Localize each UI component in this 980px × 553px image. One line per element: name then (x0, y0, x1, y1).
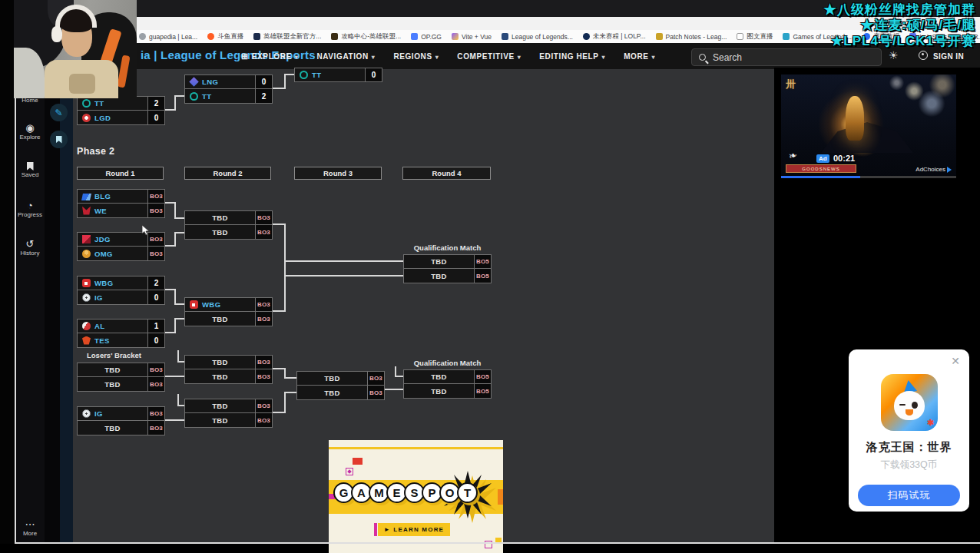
theme-toggle-icon[interactable]: ☀ (889, 49, 899, 61)
headphones-earcup (51, 26, 62, 42)
team-ig-icon (82, 409, 91, 418)
match-row[interactable]: TBDBO5 (403, 369, 492, 384)
history-icon: ↺ (15, 239, 45, 249)
guide-favicon (331, 33, 338, 40)
team-wbg-icon (82, 279, 91, 287)
match-row[interactable]: TBDBO3 (296, 371, 385, 386)
match-score: 0 (365, 68, 382, 81)
phase-heading: Phase 2 (77, 146, 114, 157)
bookmark-item[interactable]: Vite + Vue (452, 33, 492, 41)
match-row[interactable]: TBDBO3 (77, 421, 165, 435)
team-name: TT (312, 71, 365, 79)
gamespot-logo: G A M E S P O T (336, 482, 478, 503)
chevron-down-icon (602, 52, 606, 61)
match-row[interactable]: OMGBO3 (77, 247, 165, 261)
sidebar-item-history[interactable]: ↺ History (15, 239, 45, 257)
team-name: WE (94, 207, 147, 215)
bracket-connector (177, 405, 184, 406)
account-icon[interactable] (919, 51, 928, 60)
bookmark-item[interactable]: guapedia | Lea... (139, 33, 197, 41)
menu-more[interactable]: MORE (624, 52, 655, 61)
team-name: TBD (185, 373, 255, 381)
team-omg-icon (82, 250, 91, 258)
bookmark-item[interactable]: OP.GG (411, 33, 442, 41)
match-row[interactable]: TBDBO5 (403, 269, 492, 283)
team-name: TBD (185, 228, 255, 237)
menu-editing-help[interactable]: EDITING HELP (539, 52, 605, 61)
bookmark-item[interactable]: Patch Notes - Leag... (656, 33, 727, 41)
match-row[interactable]: LGD0 (77, 111, 165, 125)
match-row[interactable]: WEBO3 (77, 204, 165, 218)
match-row[interactable]: WBG2 (77, 276, 165, 290)
schedule-favicon (583, 33, 590, 40)
match-row[interactable]: TBDBO3 (296, 386, 385, 400)
app-icon-logo-mark: ✱ (927, 418, 934, 428)
sidebar-item-explore[interactable]: ◉ Explore (15, 123, 45, 141)
match-row[interactable]: IGBO3 (77, 406, 165, 421)
team-al-icon (82, 322, 91, 330)
match-row[interactable]: TBDBO3 (184, 369, 273, 384)
wiki-menu: ⊞EXPLORE NAVIGATION REGIONS COMPETITIVE … (241, 43, 655, 69)
match-row[interactable]: LNG0 (184, 75, 273, 89)
chevron-down-icon (372, 52, 376, 61)
match-row[interactable]: JDGBO3 (77, 232, 165, 247)
bookmark-item[interactable]: 英雄联盟全新官方... (253, 32, 321, 41)
bookmark-item[interactable]: 攻略中心-英雄联盟... (331, 32, 401, 41)
match-row[interactable]: TBDBO5 (403, 254, 492, 269)
bookmark-page-button[interactable] (50, 131, 68, 148)
search-box[interactable] (691, 48, 882, 66)
match-format: BO3 (367, 386, 384, 399)
sign-in-button[interactable]: SIGN IN (933, 52, 964, 61)
match-row[interactable]: TBDBO3 (184, 225, 273, 240)
learn-more-button[interactable]: ► LEARN MORE (378, 523, 450, 536)
adchoices-link[interactable]: AdChoices (915, 166, 952, 173)
sidebar-item-progress[interactable]: ◔ Progress (15, 200, 45, 218)
match-row[interactable]: TBDBO3 (184, 312, 273, 326)
menu-explore[interactable]: ⊞EXPLORE (241, 51, 298, 61)
team-name: TBD (297, 374, 367, 382)
bookmark-item[interactable]: 未来赛程 | LOLP... (583, 32, 646, 41)
match-row[interactable]: AL1 (77, 319, 165, 333)
search-input[interactable] (711, 51, 842, 64)
round-3-header: Round 3 (294, 167, 382, 180)
bracket-connector (271, 224, 284, 225)
bookmark-item[interactable]: League of Legends... (502, 33, 573, 41)
video-ad-player[interactable]: 卅 ❧ Ad 00:21 GOODSNEWS AdChoices (781, 75, 956, 178)
match-row[interactable]: TBDBO3 (184, 355, 273, 369)
match-row[interactable]: TT0 (294, 68, 382, 82)
match-row[interactable]: TT2 (184, 89, 273, 104)
match-row[interactable]: TES0 (77, 333, 165, 348)
sidebar-item-saved[interactable]: Saved (15, 162, 45, 178)
match-row[interactable]: TBDBO3 (184, 399, 273, 413)
match-row[interactable]: TBDBO3 (184, 413, 273, 428)
cta-accent-bar (374, 523, 377, 536)
bracket-connector (271, 368, 284, 369)
gamespot-ad[interactable]: G A M E S P O T ► LEARN MORE (329, 440, 503, 553)
match-score: 0 (147, 111, 164, 124)
close-icon[interactable]: ✕ (951, 356, 960, 366)
edit-page-button[interactable]: ✎ (50, 104, 68, 121)
scan-to-play-button[interactable]: 扫码试玩 (858, 485, 960, 506)
match-format: BO3 (147, 421, 164, 435)
menu-regions[interactable]: REGIONS (393, 52, 439, 61)
match-row[interactable]: TBDBO3 (77, 377, 165, 392)
match-row[interactable]: IG0 (77, 290, 165, 305)
team-we-icon (82, 207, 91, 215)
bookmark-item[interactable]: 图文直播 (737, 32, 773, 41)
team-name: WBG (94, 279, 147, 287)
bookmark-item[interactable]: 斗鱼直播 (207, 32, 243, 41)
match-row[interactable]: TBDBO3 (184, 210, 273, 225)
menu-navigation[interactable]: NAVIGATION (316, 52, 375, 61)
team-name: TBD (78, 380, 147, 389)
team-name: TBD (185, 315, 255, 323)
sidebar-item-more[interactable]: ⋯ More (15, 519, 45, 537)
match-row[interactable]: TBDBO5 (403, 384, 492, 399)
menu-competitive[interactable]: COMPETITIVE (457, 52, 521, 61)
match-row[interactable]: BLGBO3 (77, 189, 165, 204)
match-row[interactable]: TBDBO3 (77, 363, 165, 377)
match-row[interactable]: WBGBO3 (184, 297, 273, 312)
team-name: TBD (185, 358, 255, 366)
browser-url-bar[interactable]: rts_World_Cup_2026/Online_Qualifiers/Chi… (134, 17, 980, 30)
bracket-connector (385, 389, 403, 390)
match-format: BO3 (255, 369, 272, 383)
